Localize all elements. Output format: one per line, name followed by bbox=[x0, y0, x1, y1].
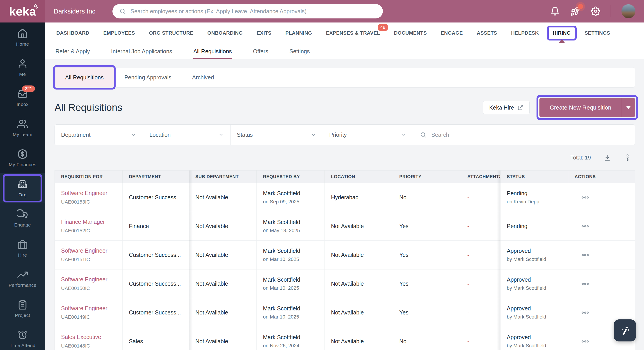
sidebar-item-performance[interactable]: Performance bbox=[0, 264, 45, 294]
inbox-count-badge: 221 bbox=[22, 85, 35, 92]
sidebar-item-org[interactable]: Org bbox=[0, 173, 45, 203]
requisition-link[interactable]: Software Engineer bbox=[61, 276, 108, 283]
sidebar-item-me[interactable]: Me bbox=[0, 53, 45, 83]
hiring-sub-navigation: Refer & Apply Internal Job Applications … bbox=[45, 44, 644, 59]
row-actions-button[interactable] bbox=[581, 308, 590, 317]
settings-button[interactable] bbox=[591, 6, 600, 16]
sidebar-item-hire[interactable]: Hire bbox=[0, 233, 45, 264]
row-actions-button[interactable] bbox=[581, 337, 590, 346]
status-text: Pending bbox=[507, 223, 528, 229]
tab-onboarding[interactable]: ONBOARDING bbox=[207, 30, 243, 36]
row-actions-button[interactable] bbox=[581, 251, 590, 259]
tab-dashboard[interactable]: DASHBOARD bbox=[56, 30, 90, 36]
chevron-down-icon bbox=[131, 132, 136, 138]
download-button[interactable] bbox=[604, 154, 611, 162]
tab-documents[interactable]: DOCUMENTS bbox=[394, 30, 427, 36]
tab-expenses-travel[interactable]: EXPENSES & TRAVEL 48 bbox=[326, 30, 380, 36]
sidebar-item-inbox[interactable]: 221 Inbox bbox=[0, 83, 45, 113]
avatar[interactable] bbox=[622, 4, 636, 18]
view-tab-archived[interactable]: Archived bbox=[182, 67, 224, 87]
cell-attachments: - bbox=[461, 212, 500, 240]
sidebar-item-engage[interactable]: Engage bbox=[0, 203, 45, 233]
sidebar-item-time-attend[interactable]: Time Attend bbox=[0, 324, 45, 350]
tab-employees[interactable]: EMPLOYEES bbox=[104, 30, 135, 36]
sidebar-item-home[interactable]: Home bbox=[0, 22, 45, 53]
sidebar-lower-group: Engage Hire Performance Project Time Att… bbox=[0, 203, 45, 350]
tab-exits[interactable]: EXITS bbox=[257, 30, 272, 36]
keka-logo[interactable]: keka bbox=[0, 0, 45, 22]
tab-planning[interactable]: PLANNING bbox=[286, 30, 312, 36]
topbar-divider bbox=[611, 5, 611, 17]
status-subtext: by Mark Scottfield bbox=[507, 256, 546, 262]
table-row: Software Engineer UAE00150IC Customer Su… bbox=[55, 269, 635, 298]
view-tab-all-requisitions[interactable]: All Requisitions bbox=[55, 67, 114, 87]
cell-department: Finance bbox=[122, 212, 189, 240]
subtab-internal-job-applications[interactable]: Internal Job Applications bbox=[111, 44, 172, 59]
view-tab-pending-approvals[interactable]: Pending Approvals bbox=[114, 67, 182, 87]
cell-requested-by: Mark Scottfield on Nov 26, 2024 bbox=[257, 327, 325, 350]
row-actions-button[interactable] bbox=[581, 193, 590, 202]
subtab-refer-apply[interactable]: Refer & Apply bbox=[56, 44, 90, 59]
cell-requisition-for: Sales Executive UAE00148IC bbox=[55, 327, 122, 350]
tab-assets[interactable]: ASSETS bbox=[477, 30, 497, 36]
location-filter[interactable]: Location bbox=[143, 125, 230, 145]
cell-location: Hyderabad bbox=[325, 183, 393, 212]
priority-filter[interactable]: Priority bbox=[323, 125, 413, 145]
more-horizontal-icon bbox=[581, 193, 590, 202]
col-location: LOCATION bbox=[325, 171, 393, 183]
tab-engage[interactable]: ENGAGE bbox=[441, 30, 463, 36]
subtab-all-requisitions[interactable]: All Requisitions bbox=[193, 44, 232, 59]
create-new-requisition-button[interactable]: Create New Requisition bbox=[540, 104, 622, 111]
requisition-link[interactable]: Sales Executive bbox=[61, 334, 101, 340]
cell-attachments: - bbox=[461, 327, 500, 350]
table-search-input[interactable] bbox=[431, 131, 628, 138]
cell-requisition-for: Software Engineer UAE00149IC bbox=[55, 298, 122, 327]
ai-assistant-button[interactable] bbox=[614, 319, 636, 342]
cell-requested-by: Mark Scottfield on May 13, 2025 bbox=[257, 212, 325, 240]
sidebar: Home Me 221 Inbox My Team My Finances Or… bbox=[0, 22, 45, 350]
table-search-box[interactable] bbox=[413, 125, 635, 145]
requisition-link[interactable]: Software Engineer bbox=[61, 305, 108, 312]
requisition-link[interactable]: Software Engineer bbox=[61, 190, 108, 196]
cell-status: Pending on Kevin Depp bbox=[500, 183, 568, 212]
row-actions-button[interactable] bbox=[581, 280, 590, 288]
whats-new-button[interactable] bbox=[570, 6, 580, 16]
requisition-link[interactable]: Finance Manager bbox=[61, 219, 105, 225]
status-filter[interactable]: Status bbox=[230, 125, 323, 145]
status-filter-label: Status bbox=[237, 132, 253, 138]
requested-on-date: on Sep 09, 2025 bbox=[263, 199, 299, 205]
sidebar-item-my-team[interactable]: My Team bbox=[0, 113, 45, 143]
expenses-count-badge: 48 bbox=[378, 24, 388, 31]
tab-settings[interactable]: SETTINGS bbox=[585, 30, 610, 36]
status-text: Approved bbox=[507, 276, 531, 283]
sidebar-item-my-finances[interactable]: My Finances bbox=[0, 143, 45, 173]
cell-priority: No bbox=[393, 183, 461, 212]
cell-actions bbox=[568, 183, 635, 212]
table-options-button[interactable] bbox=[624, 154, 632, 162]
keka-hire-button[interactable]: Keka Hire bbox=[483, 101, 530, 114]
sidebar-item-project[interactable]: Project bbox=[0, 294, 45, 324]
create-requisition-dropdown-toggle[interactable] bbox=[622, 106, 635, 109]
row-actions-button[interactable] bbox=[581, 222, 590, 231]
col-status: STATUS bbox=[500, 171, 568, 183]
navigation-band: DASHBOARD EMPLOYEES ORG STRUCTURE ONBOAR… bbox=[45, 22, 644, 59]
tab-helpdesk[interactable]: HELPDESK bbox=[511, 30, 539, 36]
subtab-offers[interactable]: Offers bbox=[253, 44, 268, 59]
cell-location: Not Available bbox=[325, 212, 393, 240]
requisition-link[interactable]: Software Engineer bbox=[61, 247, 108, 254]
sidebar-item-label: My Team bbox=[13, 132, 32, 137]
tab-org-structure[interactable]: ORG STRUCTURE bbox=[149, 30, 193, 36]
tab-hiring[interactable]: HIRING bbox=[553, 30, 570, 36]
subtab-settings[interactable]: Settings bbox=[289, 44, 310, 59]
requested-by-name: Mark Scottfield bbox=[263, 276, 300, 283]
notifications-button[interactable] bbox=[550, 6, 560, 16]
global-search-bar[interactable] bbox=[112, 4, 383, 18]
global-search-input[interactable] bbox=[130, 8, 376, 15]
table-row: Finance Manager UAE00152IC Finance Not A… bbox=[55, 212, 635, 241]
bell-icon bbox=[550, 6, 560, 16]
requisition-id: UAE00149IC bbox=[61, 314, 90, 320]
cell-requisition-for: Software Engineer UAE00153IC bbox=[55, 183, 122, 212]
department-filter[interactable]: Department bbox=[55, 125, 143, 145]
engage-chat-icon bbox=[17, 209, 28, 219]
more-horizontal-icon bbox=[581, 280, 590, 288]
